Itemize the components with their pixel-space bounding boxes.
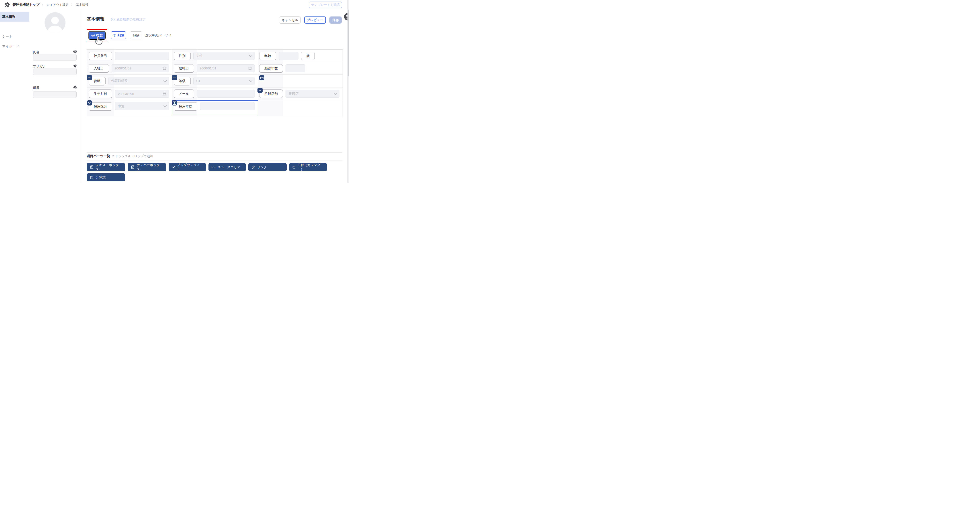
grid-row: 入社日 2000/01/01 退職日 2000/01/01 — [87, 62, 342, 74]
space-area-badge-icon[interactable] — [259, 75, 264, 80]
delete-button[interactable]: 削除 — [111, 32, 126, 40]
part-chip-employee-number[interactable]: 社員番号 — [89, 52, 112, 60]
breadcrumb-admin-top[interactable]: 管理者機能トップ — [13, 3, 40, 7]
breadcrumb-layout-settings[interactable]: レイアウト設定 — [46, 3, 69, 7]
delete-label: 削除 — [118, 33, 124, 38]
sidebar-item-myboard[interactable]: マイボード — [0, 42, 29, 50]
part-chip-hire-date[interactable]: 入社日 — [89, 64, 109, 73]
part-chip-recruit-year[interactable]: 採用年度 — [174, 102, 197, 111]
page-title: 基本情報 — [87, 16, 105, 22]
chevron-down-icon — [164, 79, 167, 82]
store-select[interactable]: 新宿店 — [286, 90, 339, 98]
furigana-field-gear-icon[interactable] — [73, 64, 77, 68]
recruit-year-input[interactable] — [200, 102, 255, 110]
furigana-field-label: フリガナ — [33, 65, 46, 68]
grid-row: 社員番号 性別 男性 年齢 歳 — [87, 50, 342, 62]
part-chip-years-of-service[interactable]: 勤続年数 — [259, 64, 283, 73]
pulldown-badge-icon — [172, 75, 177, 80]
calendar-icon — [162, 66, 166, 70]
grade-select[interactable]: S1 — [193, 77, 255, 85]
preview-button[interactable]: プレビュー — [304, 16, 326, 24]
part-chip-age[interactable]: 年齢 — [259, 52, 276, 60]
part-button-date-calendar[interactable]: 日付（カレンダー） — [289, 163, 327, 171]
name-field-input[interactable] — [33, 54, 76, 61]
part-chip-store[interactable]: 所属店舗 — [259, 89, 283, 98]
chevron-down-icon — [249, 53, 253, 57]
chevron-down-icon — [164, 104, 167, 108]
part-chip-email[interactable]: メール — [174, 89, 194, 98]
birth-date-input[interactable]: 2000/01/01 — [115, 90, 169, 98]
profile-preview-panel: 氏名 フリガナ 所属 — [29, 10, 80, 183]
department-field-input[interactable] — [33, 91, 76, 98]
link-icon — [251, 165, 255, 169]
furigana-field-input[interactable] — [33, 68, 76, 75]
part-chip-gender[interactable]: 性別 — [174, 52, 191, 60]
grid-row: 採用区分 中途 T 採用年度 — [87, 100, 342, 116]
calendar-icon — [248, 66, 252, 70]
recruit-type-select[interactable]: 中途 — [115, 102, 169, 110]
sidebar-item-basic-info[interactable]: 基本情報 — [0, 12, 29, 22]
retire-date-input[interactable]: 2000/01/01 — [197, 64, 255, 72]
selected-parts-count: 1 — [170, 33, 172, 38]
grid-row: 役職 代表取締役 等級 S1 — [87, 74, 342, 87]
space-area-icon — [212, 166, 215, 168]
save-button[interactable]: 保存 — [329, 16, 342, 24]
part-button-numberbox[interactable]: 123 45.. ナンバーボックス — [127, 163, 166, 171]
trash-icon — [113, 33, 116, 37]
part-button-label: プルダウンリスト — [177, 163, 203, 172]
email-input[interactable] — [197, 90, 255, 98]
numberbox-icon: 123 45.. — [131, 165, 135, 169]
age-input[interactable] — [279, 52, 299, 60]
part-button-space-area[interactable]: スペースエリア — [208, 163, 246, 171]
hire-date-input[interactable]: 2000/01/01 — [111, 64, 169, 72]
top-bar: 管理者機能トップ 〉 レイアウト設定 〉 基本情報 テンプレートを確認 — [0, 0, 349, 10]
position-select[interactable]: 代表取締役 — [108, 77, 169, 85]
svg-text:123: 123 — [132, 166, 134, 167]
part-button-label: テキストボックス — [96, 163, 122, 172]
calendar-icon — [162, 92, 166, 96]
sidebar-item-sheet[interactable]: シート — [0, 32, 29, 41]
part-button-label: ナンバーボックス — [137, 163, 163, 172]
scrollbar[interactable] — [347, 0, 349, 183]
sidebar: 基本情報 シート マイボード — [0, 10, 30, 183]
part-chip-recruit-type[interactable]: 採用区分 — [89, 102, 112, 111]
scrollbar-thumb[interactable] — [348, 10, 349, 76]
gear-icon — [5, 2, 10, 8]
avatar — [45, 12, 65, 33]
part-button-formula[interactable]: 計算式 — [87, 173, 125, 181]
department-field-label: 所属 — [33, 86, 39, 90]
breadcrumb: 管理者機能トップ 〉 レイアウト設定 〉 基本情報 — [13, 0, 88, 10]
gender-select[interactable]: 男性 — [193, 52, 255, 60]
mouse-cursor-icon — [94, 35, 105, 45]
selected-parts-status: 選択中のパーツ 1 — [145, 33, 172, 38]
pulldown-badge-icon — [87, 75, 92, 80]
textbox-icon — [90, 165, 94, 169]
part-button-textbox[interactable]: テキストボックス — [87, 163, 125, 171]
part-button-label: 計算式 — [96, 175, 106, 179]
part-button-label: 日付（カレンダー） — [298, 163, 324, 172]
years-of-service-input[interactable] — [286, 64, 305, 72]
parts-panel-title: 項目パーツ一覧 — [87, 154, 110, 158]
department-field-gear-icon[interactable] — [73, 85, 77, 89]
divider — [87, 160, 342, 160]
release-button[interactable]: 解除 — [130, 32, 142, 40]
chevron-down-icon — [334, 92, 337, 95]
part-chip-retire-date[interactable]: 退職日 — [174, 64, 194, 73]
employee-number-input[interactable] — [115, 52, 169, 60]
layout-editor-page: 管理者機能トップ 〉 レイアウト設定 〉 基本情報 テンプレートを確認 基本情報… — [0, 0, 349, 183]
part-chip-birth-date[interactable]: 生年月日 — [89, 89, 112, 98]
change-history-link[interactable]: 変更履歴の取得設定 — [111, 17, 146, 22]
check-template-button[interactable]: テンプレートを確認 — [309, 2, 342, 8]
name-field-gear-icon[interactable] — [73, 50, 77, 54]
layout-grid: 社員番号 性別 男性 年齢 歳 入社日 2000/01/01 — [87, 49, 343, 116]
change-history-label: 変更履歴の取得設定 — [116, 17, 146, 22]
formula-icon — [90, 175, 94, 179]
grid-row: 生年月日 2000/01/01 メール 所属店舗 — [87, 87, 342, 100]
part-button-link[interactable]: リンク — [248, 163, 286, 171]
selected-parts-label: 選択中のパーツ — [145, 33, 168, 38]
breadcrumb-separator: 〉 — [71, 3, 74, 7]
part-button-pulldown[interactable]: プルダウンリスト — [169, 163, 206, 171]
part-chip-age-unit[interactable]: 歳 — [301, 52, 315, 60]
breadcrumb-basic-info: 基本情報 — [76, 3, 88, 7]
cancel-button[interactable]: キャンセル — [279, 16, 301, 24]
